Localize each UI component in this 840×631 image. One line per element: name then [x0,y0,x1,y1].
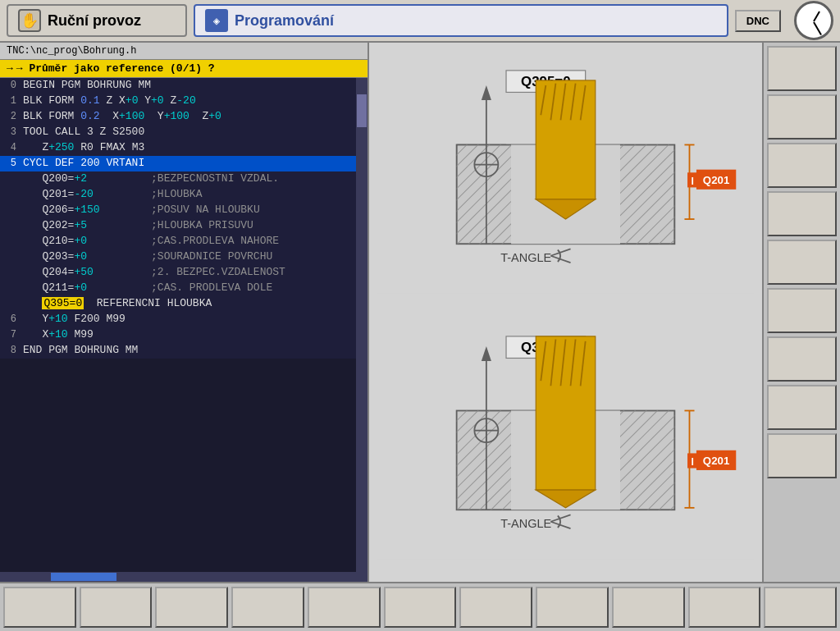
scrollbar-vertical[interactable] [356,78,368,572]
code-token: +0 [151,94,164,107]
bottom-function-button-5[interactable] [384,587,457,628]
code-token: M99 [68,328,94,341]
bottom-function-button-9[interactable] [688,587,761,628]
code-token: +100 [164,110,189,122]
code-token: +0 [126,94,139,107]
header: ✋ Ruční provoz ◈ Programování DNC [0,0,840,43]
code-token: +10 [48,328,67,341]
diagram-bottom: Q395=1 [377,317,754,574]
right-function-button-6[interactable] [767,336,837,382]
table-row: 6 Y+10 F200 M99 [0,312,368,327]
code-token [94,188,151,200]
right-function-button-1[interactable] [767,94,837,139]
main-area: TNC:\nc_prog\Bohrung.h → → Průměr jako r… [0,43,840,582]
table-row: 4 Z+250 R0 FMAX M3 [0,140,368,156]
table-row: 1BLK FORM 0.1 Z X+0 Y+0 Z-20 [0,94,368,109]
bottom-function-button-8[interactable] [612,587,685,628]
code-token: +5 [74,219,87,231]
dnc-button[interactable]: DNC [735,10,781,32]
svg-rect-10 [620,144,674,244]
programming-icon: ◈ [205,9,228,32]
scrollbar-horizontal[interactable] [0,572,368,582]
diagram-top: Q395=0 [377,51,754,309]
programming-title: Programování [235,12,334,30]
code-token: Q395=0 [42,297,84,309]
table-row: Q203=+0 ;SOURADNICE POVRCHU [0,249,368,265]
code-token [23,297,42,309]
code-token: Y [23,313,48,325]
svg-text:T-ANGLE: T-ANGLE [500,251,551,264]
clock-hour-hand [813,11,820,21]
line-number: 5 [3,158,16,169]
code-token [100,203,151,216]
code-token: Z [164,94,177,107]
code-area[interactable]: 0BEGIN PGM BOHRUNG MM1BLK FORM 0.1 Z X+0… [0,78,368,572]
right-function-button-7[interactable] [767,385,837,430]
bottom-function-button-0[interactable] [3,587,76,628]
drill-diagram-bottom-svg: Q395=1 [377,317,754,574]
line-content: END PGM BOHRUNG MM [23,344,364,356]
code-token: BLK FORM [23,94,80,107]
code-token: Q211= [23,281,74,294]
table-row: 5CYCL DEF 200 VRTANI [0,156,368,171]
line-content: Q395=0 REFERENCNI HLOUBKA [23,297,364,309]
line-content: Y+10 F200 M99 [23,313,364,325]
bottom-function-button-7[interactable] [536,587,609,628]
right-function-button-8[interactable] [767,433,837,478]
table-row: 8END PGM BOHRUNG MM [0,343,368,359]
bottom-function-button-3[interactable] [231,587,304,628]
code-token: +0 [74,235,87,247]
svg-rect-39 [457,410,511,510]
manual-mode-tab[interactable]: ✋ Ruční provoz [7,4,187,37]
table-row: 7 X+10 M99 [0,327,368,343]
bottom-function-button-6[interactable] [459,587,532,628]
svg-rect-9 [457,144,511,244]
code-token: ;2. BEZPEC.VZDALENOST [151,266,285,278]
table-row: Q206=+150 ;POSUV NA HLOUBKU [0,203,368,218]
right-function-button-4[interactable] [767,240,837,285]
code-token: ;HLOUBKA [151,188,202,200]
scrollbar-thumb[interactable] [357,94,367,127]
code-token: REFERENCNI HLOUBKA [84,297,212,309]
code-token [94,266,151,278]
bottom-function-button-4[interactable] [308,587,381,628]
right-function-button-3[interactable] [767,191,837,236]
code-token: ;CAS. PRODLEVA DOLE [151,281,272,294]
code-token: END PGM BOHRUNG MM [23,344,138,356]
right-function-button-2[interactable] [767,143,837,188]
drill-diagram-top-svg: Q395=0 [377,51,754,309]
svg-text:Q201: Q201 [703,174,730,186]
code-token: Q206= [23,203,74,216]
code-token: BEGIN PGM BOHRUNG MM [23,79,151,91]
line-content: BEGIN PGM BOHRUNG MM [23,79,364,91]
scrollbar-h-thumb[interactable] [51,573,116,581]
code-list: 0BEGIN PGM BOHRUNG MM1BLK FORM 0.1 Z X+0… [0,78,368,359]
code-token: Q202= [23,219,74,231]
bottom-function-button-2[interactable] [155,587,228,628]
code-token: F200 M99 [68,313,126,325]
code-token [87,219,151,231]
svg-text:T-ANGLE: T-ANGLE [500,517,551,530]
table-row: Q395=0 REFERENCNI HLOUBKA [0,296,368,312]
code-token: 0.2 [80,110,99,122]
line-content: Q200=+2 ;BEZPECNOSTNI VZDAL. [23,172,364,185]
right-function-button-5[interactable] [767,288,837,333]
right-function-button-0[interactable] [767,46,837,91]
code-token: +0 [208,110,221,122]
filepath-bar: TNC:\nc_prog\Bohrung.h [0,43,368,60]
table-row: 3TOOL CALL 3 Z S2500 [0,125,368,140]
line-content: BLK FORM 0.1 Z X+0 Y+0 Z-20 [23,94,364,107]
code-token: -20 [176,94,195,107]
table-row: Q211=+0 ;CAS. PRODLEVA DOLE [0,281,368,296]
bottom-function-button-1[interactable] [80,587,153,628]
code-token: ;HLOUBKA PRISUVU [151,219,253,231]
bottom-function-button-10[interactable] [764,587,837,628]
svg-rect-40 [620,410,674,510]
code-token: Q201= [23,188,74,200]
svg-text:Q201: Q201 [703,454,730,466]
code-token: BLK FORM [23,110,80,122]
bottom-buttons-panel [0,582,840,631]
programming-tab[interactable]: ◈ Programování [194,4,728,37]
line-content: Q211=+0 ;CAS. PRODLEVA DOLE [23,281,364,294]
line-number: 1 [3,95,16,107]
